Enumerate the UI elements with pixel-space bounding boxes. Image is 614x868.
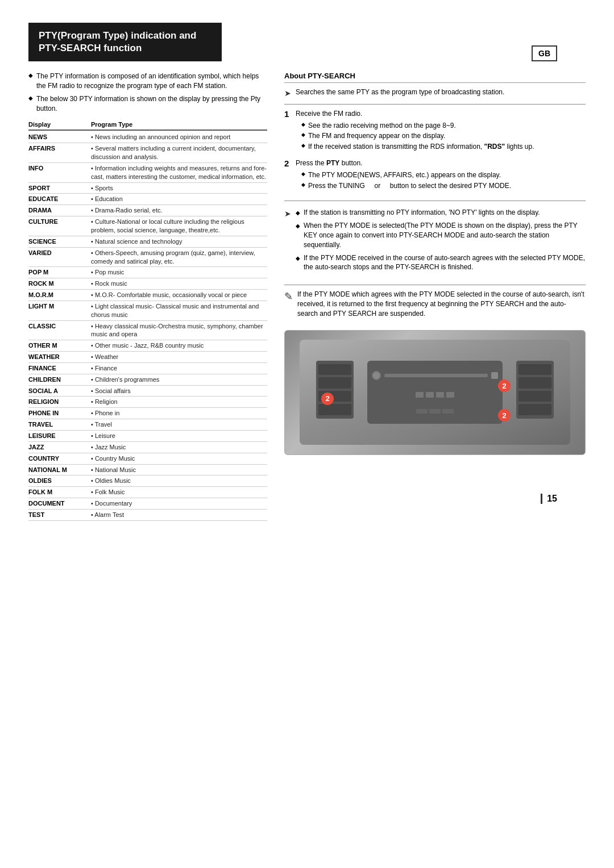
row-program: • Weather: [91, 353, 267, 361]
table-row: TRAVEL • Travel: [28, 419, 267, 431]
about-title: About PTY-SEARCH: [284, 72, 586, 83]
row-program: • Sports: [91, 184, 267, 193]
row-display: ROCK M: [28, 279, 91, 287]
row-program: • Folk Music: [91, 488, 267, 496]
row-display: DOCUMENT: [28, 499, 91, 507]
table-row: NATIONAL M • National Music: [28, 465, 267, 476]
pty-table: Display Program Type NEWS • News includi…: [28, 121, 267, 520]
table-row: AFFAIRS • Several matters including a cu…: [28, 143, 267, 163]
table-row: LEISURE • Leisure: [28, 431, 267, 442]
arrow-bullet-1: ◆ If the station is transmitting no PTY …: [296, 208, 586, 218]
table-row: INFO • Information including weights and…: [28, 163, 267, 183]
step-2-main: Press the PTY button.: [296, 158, 586, 168]
row-program: • Natural science and technology: [91, 237, 267, 246]
table-row: FOLK M • Folk Music: [28, 487, 267, 498]
table-row: OLDIES • Oldies Music: [28, 475, 267, 487]
step-1-b3: If the received station is transmitting …: [301, 142, 586, 152]
row-display: INFO: [28, 164, 91, 172]
badge-2-right: 2: [498, 379, 511, 392]
page-number: 15: [541, 494, 557, 504]
table-row: POP M • Pop music: [28, 267, 267, 278]
row-program: • Education: [91, 195, 267, 203]
table-row: TEST • Alarm Test: [28, 510, 267, 521]
row-program: • Social affairs: [91, 387, 267, 395]
table-row: CHILDREN • Children's programmes: [28, 374, 267, 386]
gb-badge: GB: [532, 45, 557, 61]
bullet-sym-1: ◆: [296, 209, 300, 218]
arrow-bullets: ◆ If the station is transmitting no PTY …: [296, 208, 586, 276]
arrow-bullet-1-text: If the station is transmitting no PTY in…: [304, 208, 540, 218]
arrow-icon: ➤: [284, 88, 291, 99]
row-program: • Leisure: [91, 432, 267, 440]
row-display: JAZZ: [28, 443, 91, 450]
row-display: AFFAIRS: [28, 144, 91, 152]
step-1-content: Receive the FM radio. See the radio rece…: [296, 109, 586, 153]
badge-2-bottom: 2: [498, 409, 511, 422]
row-display: LIGHT M: [28, 302, 91, 310]
row-program: • Finance: [91, 364, 267, 373]
note-icon: ✎: [284, 290, 293, 318]
row-program: • Information including weights and meas…: [91, 164, 267, 181]
row-program: • Jazz Music: [91, 443, 267, 452]
col-program-header: Program Type: [91, 121, 267, 128]
row-program: • Children's programmes: [91, 375, 267, 384]
row-display: SOCIAL A: [28, 387, 91, 394]
row-display: OLDIES: [28, 477, 91, 484]
table-row: M.O.R.M • M.O.R- Comfortable music, occa…: [28, 290, 267, 301]
table-row: DRAMA • Drama-Radio serial, etc.: [28, 205, 267, 216]
table-row: RELIGION • Religion: [28, 397, 267, 408]
bullet-sym-2: ◆: [296, 222, 300, 249]
intro-bullet-1: The PTY information is composed of an id…: [28, 72, 267, 91]
table-row: COUNTRY • Country Music: [28, 453, 267, 465]
row-display: TRAVEL: [28, 420, 91, 428]
table-row: JAZZ • Jazz Music: [28, 442, 267, 453]
step-1-bullets: See the radio receiving method on the pa…: [296, 121, 586, 152]
row-display: NEWS: [28, 133, 91, 140]
row-program: • Oldies Music: [91, 477, 267, 485]
note-box: ✎ If the PTY MODE which agrees with the …: [284, 290, 586, 318]
divider-3: [284, 285, 586, 285]
step-1-b1: See the radio receiving method on the pa…: [301, 121, 586, 131]
step-1-number: 1: [284, 109, 296, 119]
arrow-bullet-3-text: If the PTY MODE received in the course o…: [304, 253, 586, 273]
step-2-bullets: The PTY MODE(NEWS, AFFAIRS, etc.) appear…: [296, 170, 586, 191]
step-2: 2 Press the PTY button. The PTY MODE(NEW…: [284, 158, 586, 191]
arrow-icon-2: ➤: [284, 208, 291, 280]
table-row: ROCK M • Rock music: [28, 278, 267, 290]
bullet-sym-3: ◆: [296, 254, 300, 273]
row-display: SCIENCE: [28, 237, 91, 245]
row-program: • Country Music: [91, 454, 267, 463]
step-2-b2: Press the TUNING or button to select the…: [301, 181, 586, 191]
divider: [284, 104, 586, 105]
table-row: SCIENCE • Natural science and technology: [28, 236, 267, 248]
row-program: • Religion: [91, 398, 267, 406]
row-display: NATIONAL M: [28, 466, 91, 473]
row-display: M.O.R.M: [28, 291, 91, 298]
table-row: PHONE IN • Phone in: [28, 408, 267, 419]
row-program: • Documentary: [91, 499, 267, 508]
row-display: TEST: [28, 511, 91, 518]
table-row: FINANCE • Finance: [28, 363, 267, 374]
table-row: OTHER M • Other music - Jazz, R&B countr…: [28, 340, 267, 352]
table-row: WEATHER • Weather: [28, 352, 267, 363]
note-text: If the PTY MODE which agrees with the PT…: [297, 290, 586, 318]
row-program: • Travel: [91, 420, 267, 429]
right-column: About PTY-SEARCH ➤ Searches the same PTY…: [284, 72, 586, 521]
row-display: CHILDREN: [28, 375, 91, 383]
row-program: • Culture-National or local culture incl…: [91, 218, 267, 235]
row-display: DRAMA: [28, 206, 91, 214]
row-program: • Light classical music- Classical music…: [91, 302, 267, 319]
table-row: CLASSIC • Heavy classical music-Orchestr…: [28, 321, 267, 341]
row-display: OTHER M: [28, 341, 91, 349]
row-display: VARIED: [28, 249, 91, 256]
second-arrow-group: ➤ ◆ If the station is transmitting no PT…: [284, 208, 586, 280]
row-program: • National Music: [91, 466, 267, 474]
about-section: About PTY-SEARCH ➤ Searches the same PTY…: [284, 72, 586, 454]
page-title: PTY(Program Type) indication and PTY-SEA…: [39, 30, 211, 55]
row-display: FOLK M: [28, 488, 91, 495]
table-row: NEWS • News including an announced opini…: [28, 132, 267, 143]
page-title-box: PTY(Program Type) indication and PTY-SEA…: [28, 23, 222, 61]
arrow-bullet-2-text: When the PTY MODE is selected(The PTY MO…: [304, 221, 586, 249]
row-display: CLASSIC: [28, 322, 91, 329]
table-header: Display Program Type: [28, 121, 267, 131]
